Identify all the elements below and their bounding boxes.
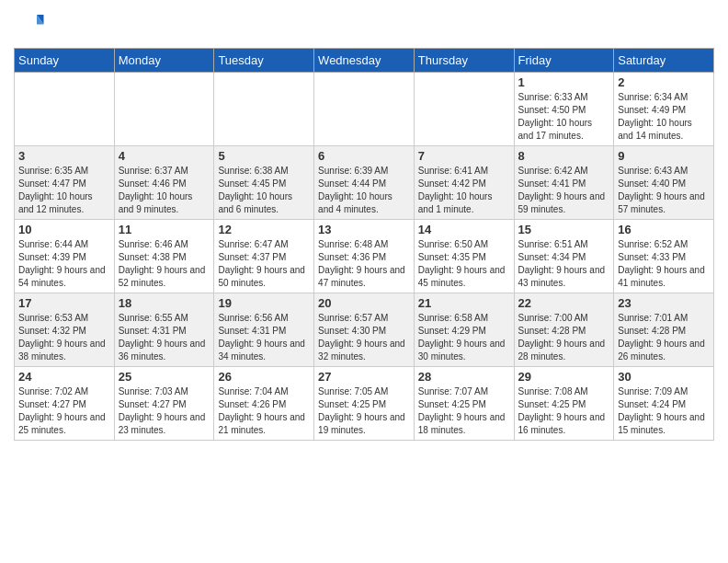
day-info: Sunrise: 6:34 AM Sunset: 4:49 PM Dayligh… xyxy=(618,91,710,143)
day-info: Sunrise: 7:02 AM Sunset: 4:27 PM Dayligh… xyxy=(18,385,110,437)
day-info: Sunrise: 6:52 AM Sunset: 4:33 PM Dayligh… xyxy=(618,238,710,290)
day-info: Sunrise: 6:55 AM Sunset: 4:31 PM Dayligh… xyxy=(119,312,210,363)
header xyxy=(14,9,714,40)
day-number: 29 xyxy=(518,370,610,384)
day-info: Sunrise: 6:41 AM Sunset: 4:42 PM Dayligh… xyxy=(418,165,510,216)
day-info: Sunrise: 7:03 AM Sunset: 4:27 PM Dayligh… xyxy=(119,385,210,437)
calendar-cell: 13Sunrise: 6:48 AM Sunset: 4:36 PM Dayli… xyxy=(314,220,415,293)
day-number: 16 xyxy=(618,223,710,236)
day-info: Sunrise: 6:47 AM Sunset: 4:37 PM Dayligh… xyxy=(218,238,310,290)
weekday-row: SundayMondayTuesdayWednesdayThursdayFrid… xyxy=(15,49,714,73)
day-number: 6 xyxy=(318,149,410,163)
calendar-cell: 7Sunrise: 6:41 AM Sunset: 4:42 PM Daylig… xyxy=(414,146,514,220)
calendar-cell: 9Sunrise: 6:43 AM Sunset: 4:40 PM Daylig… xyxy=(614,146,714,220)
day-number: 5 xyxy=(218,149,310,163)
logo xyxy=(14,9,45,40)
day-info: Sunrise: 6:38 AM Sunset: 4:45 PM Dayligh… xyxy=(218,165,310,216)
calendar-cell: 18Sunrise: 6:55 AM Sunset: 4:31 PM Dayli… xyxy=(114,293,214,367)
day-number: 13 xyxy=(318,223,410,236)
calendar-body: 1Sunrise: 6:33 AM Sunset: 4:50 PM Daylig… xyxy=(15,73,714,441)
day-info: Sunrise: 6:46 AM Sunset: 4:38 PM Dayligh… xyxy=(119,238,210,290)
calendar-row: 24Sunrise: 7:02 AM Sunset: 4:27 PM Dayli… xyxy=(15,367,714,441)
calendar-cell: 6Sunrise: 6:39 AM Sunset: 4:44 PM Daylig… xyxy=(314,146,415,220)
logo-icon xyxy=(17,9,45,37)
calendar-cell: 26Sunrise: 7:04 AM Sunset: 4:26 PM Dayli… xyxy=(214,367,314,441)
calendar-cell: 17Sunrise: 6:53 AM Sunset: 4:32 PM Dayli… xyxy=(15,293,115,367)
day-info: Sunrise: 6:35 AM Sunset: 4:47 PM Dayligh… xyxy=(18,165,110,216)
day-number: 12 xyxy=(218,223,310,236)
day-number: 1 xyxy=(518,75,610,89)
calendar-cell: 3Sunrise: 6:35 AM Sunset: 4:47 PM Daylig… xyxy=(15,146,115,220)
weekday-header: Sunday xyxy=(15,49,115,73)
calendar-cell: 10Sunrise: 6:44 AM Sunset: 4:39 PM Dayli… xyxy=(15,220,115,293)
day-info: Sunrise: 6:57 AM Sunset: 4:30 PM Dayligh… xyxy=(318,312,410,363)
calendar-cell: 8Sunrise: 6:42 AM Sunset: 4:41 PM Daylig… xyxy=(514,146,614,220)
day-info: Sunrise: 6:56 AM Sunset: 4:31 PM Dayligh… xyxy=(218,312,310,363)
day-info: Sunrise: 7:07 AM Sunset: 4:25 PM Dayligh… xyxy=(418,385,510,437)
weekday-header: Wednesday xyxy=(314,49,415,73)
day-number: 27 xyxy=(318,370,410,384)
calendar-row: 17Sunrise: 6:53 AM Sunset: 4:32 PM Dayli… xyxy=(15,293,714,367)
calendar-cell: 21Sunrise: 6:58 AM Sunset: 4:29 PM Dayli… xyxy=(414,293,514,367)
calendar-row: 10Sunrise: 6:44 AM Sunset: 4:39 PM Dayli… xyxy=(15,220,714,293)
day-number: 3 xyxy=(18,149,110,163)
weekday-header: Friday xyxy=(514,49,614,73)
calendar-row: 1Sunrise: 6:33 AM Sunset: 4:50 PM Daylig… xyxy=(15,73,714,146)
day-number: 26 xyxy=(218,370,310,384)
day-number: 23 xyxy=(618,296,710,310)
day-number: 14 xyxy=(418,223,510,236)
calendar-cell: 2Sunrise: 6:34 AM Sunset: 4:49 PM Daylig… xyxy=(614,73,714,146)
day-number: 7 xyxy=(418,149,510,163)
day-info: Sunrise: 6:50 AM Sunset: 4:35 PM Dayligh… xyxy=(418,238,510,290)
day-number: 21 xyxy=(418,296,510,310)
day-number: 17 xyxy=(18,296,110,310)
calendar-cell: 16Sunrise: 6:52 AM Sunset: 4:33 PM Dayli… xyxy=(614,220,714,293)
day-info: Sunrise: 7:04 AM Sunset: 4:26 PM Dayligh… xyxy=(218,385,310,437)
day-number: 2 xyxy=(618,75,710,89)
day-number: 15 xyxy=(518,223,610,236)
calendar-cell: 11Sunrise: 6:46 AM Sunset: 4:38 PM Dayli… xyxy=(114,220,214,293)
day-number: 28 xyxy=(418,370,510,384)
day-number: 24 xyxy=(18,370,110,384)
day-number: 4 xyxy=(119,149,210,163)
calendar-cell: 20Sunrise: 6:57 AM Sunset: 4:30 PM Dayli… xyxy=(314,293,415,367)
day-number: 25 xyxy=(119,370,210,384)
calendar-cell: 24Sunrise: 7:02 AM Sunset: 4:27 PM Dayli… xyxy=(15,367,115,441)
day-info: Sunrise: 6:43 AM Sunset: 4:40 PM Dayligh… xyxy=(618,165,710,216)
calendar-cell: 25Sunrise: 7:03 AM Sunset: 4:27 PM Dayli… xyxy=(114,367,214,441)
day-number: 11 xyxy=(119,223,210,236)
day-info: Sunrise: 6:42 AM Sunset: 4:41 PM Dayligh… xyxy=(518,165,610,216)
day-number: 18 xyxy=(119,296,210,310)
calendar-cell xyxy=(15,73,115,146)
day-info: Sunrise: 6:51 AM Sunset: 4:34 PM Dayligh… xyxy=(518,238,610,290)
calendar-cell: 28Sunrise: 7:07 AM Sunset: 4:25 PM Dayli… xyxy=(414,367,514,441)
calendar-cell: 5Sunrise: 6:38 AM Sunset: 4:45 PM Daylig… xyxy=(214,146,314,220)
day-info: Sunrise: 7:00 AM Sunset: 4:28 PM Dayligh… xyxy=(518,312,610,363)
calendar-cell: 4Sunrise: 6:37 AM Sunset: 4:46 PM Daylig… xyxy=(114,146,214,220)
day-number: 22 xyxy=(518,296,610,310)
calendar-cell: 1Sunrise: 6:33 AM Sunset: 4:50 PM Daylig… xyxy=(514,73,614,146)
day-number: 30 xyxy=(618,370,710,384)
calendar-cell: 30Sunrise: 7:09 AM Sunset: 4:24 PM Dayli… xyxy=(614,367,714,441)
calendar-cell: 12Sunrise: 6:47 AM Sunset: 4:37 PM Dayli… xyxy=(214,220,314,293)
calendar-cell xyxy=(414,73,514,146)
day-info: Sunrise: 6:58 AM Sunset: 4:29 PM Dayligh… xyxy=(418,312,510,363)
calendar-cell: 15Sunrise: 6:51 AM Sunset: 4:34 PM Dayli… xyxy=(514,220,614,293)
day-info: Sunrise: 6:39 AM Sunset: 4:44 PM Dayligh… xyxy=(318,165,410,216)
calendar-cell xyxy=(214,73,314,146)
calendar-row: 3Sunrise: 6:35 AM Sunset: 4:47 PM Daylig… xyxy=(15,146,714,220)
calendar-cell: 27Sunrise: 7:05 AM Sunset: 4:25 PM Dayli… xyxy=(314,367,415,441)
weekday-header: Monday xyxy=(114,49,214,73)
day-number: 10 xyxy=(18,223,110,236)
day-info: Sunrise: 7:01 AM Sunset: 4:28 PM Dayligh… xyxy=(618,312,710,363)
day-info: Sunrise: 6:53 AM Sunset: 4:32 PM Dayligh… xyxy=(18,312,110,363)
day-info: Sunrise: 7:09 AM Sunset: 4:24 PM Dayligh… xyxy=(618,385,710,437)
day-number: 19 xyxy=(218,296,310,310)
day-info: Sunrise: 6:44 AM Sunset: 4:39 PM Dayligh… xyxy=(18,238,110,290)
day-info: Sunrise: 6:37 AM Sunset: 4:46 PM Dayligh… xyxy=(119,165,210,216)
calendar-cell: 14Sunrise: 6:50 AM Sunset: 4:35 PM Dayli… xyxy=(414,220,514,293)
calendar-cell: 23Sunrise: 7:01 AM Sunset: 4:28 PM Dayli… xyxy=(614,293,714,367)
weekday-header: Saturday xyxy=(614,49,714,73)
calendar-header: SundayMondayTuesdayWednesdayThursdayFrid… xyxy=(15,49,714,73)
day-info: Sunrise: 7:08 AM Sunset: 4:25 PM Dayligh… xyxy=(518,385,610,437)
